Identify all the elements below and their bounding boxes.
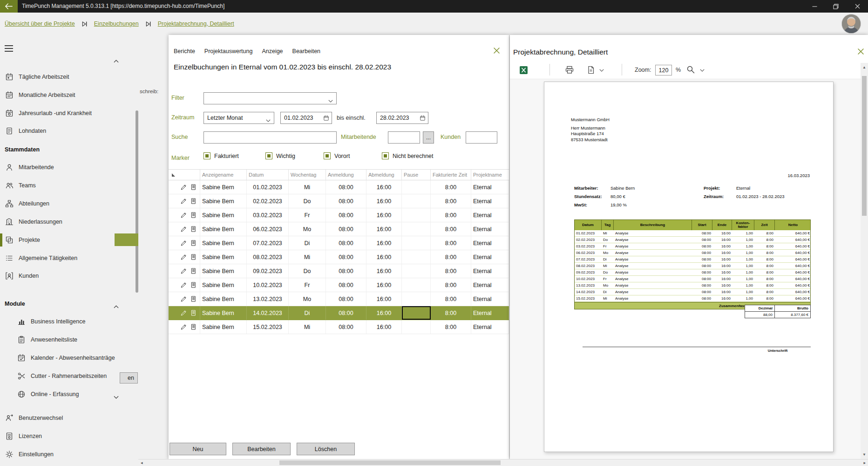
cell-anzeigename[interactable]: Sabine Bern bbox=[200, 320, 247, 334]
cell-anmeldung[interactable]: 08:00 bbox=[326, 222, 366, 236]
cell-fakturierte-zeit[interactable]: 8:00 bbox=[431, 250, 471, 264]
cell-pause[interactable] bbox=[402, 208, 431, 222]
marker-vorort[interactable]: Vorort bbox=[324, 152, 350, 159]
table-row[interactable]: Sabine Bern 10.02.2023 Fr 08:00 16:00 8:… bbox=[169, 278, 509, 292]
cell-anmeldung[interactable]: 08:00 bbox=[326, 264, 366, 278]
edit-pencil-icon[interactable] bbox=[180, 267, 187, 274]
notes-icon[interactable] bbox=[190, 240, 197, 247]
scroll-left-arrow-icon[interactable]: ◂ bbox=[141, 460, 143, 465]
export-format-button[interactable] bbox=[587, 66, 595, 74]
checkbox-wichtig[interactable] bbox=[265, 152, 272, 159]
cell-datum[interactable]: 02.02.2023 bbox=[247, 194, 289, 208]
header-pause[interactable]: Pause bbox=[402, 170, 431, 180]
sidebar-item-anwesenheitsliste[interactable]: Anwesenheitsliste bbox=[0, 333, 121, 347]
zoom-button[interactable] bbox=[686, 65, 695, 74]
cell-pause[interactable] bbox=[402, 278, 431, 292]
menu-berichte[interactable]: Berichte bbox=[174, 48, 195, 55]
cell-anzeigename[interactable]: Sabine Bern bbox=[200, 222, 247, 236]
header-wochentag[interactable]: Wochentag bbox=[289, 170, 326, 180]
cell-wochentag[interactable]: Di bbox=[289, 306, 326, 320]
cell-projektname[interactable]: Eternal bbox=[471, 250, 509, 264]
notes-icon[interactable] bbox=[190, 281, 197, 288]
edit-pencil-icon[interactable] bbox=[180, 226, 187, 233]
edit-pencil-icon[interactable] bbox=[180, 212, 187, 219]
cell-abmeldung[interactable]: 16:00 bbox=[366, 320, 402, 334]
horizontal-scrollbar[interactable]: ◂ ▸ bbox=[138, 459, 868, 466]
sidebar-item-abteilungen[interactable]: Abteilungen bbox=[0, 197, 121, 211]
table-row[interactable]: Sabine Bern 01.02.2023 Mi 08:00 16:00 8:… bbox=[169, 180, 509, 194]
cell-pause[interactable] bbox=[402, 250, 431, 264]
sidebar-item-einstellungen[interactable]: Einstellungen bbox=[0, 447, 121, 461]
sidebar-item-teams[interactable]: Teams bbox=[0, 178, 121, 192]
cell-anmeldung[interactable]: 08:00 bbox=[326, 208, 366, 222]
notes-icon[interactable] bbox=[190, 226, 197, 233]
cell-abmeldung[interactable]: 16:00 bbox=[366, 306, 402, 320]
breadcrumb-link-einzelbuchungen[interactable]: Einzelbuchungen bbox=[94, 21, 139, 27]
cell-datum[interactable]: 15.02.2023 bbox=[247, 320, 289, 334]
cell-projektname[interactable]: Eternal bbox=[471, 194, 509, 208]
restore-button[interactable] bbox=[825, 0, 847, 13]
scroll-right-arrow-icon[interactable]: ▸ bbox=[863, 460, 866, 465]
edit-pencil-icon[interactable] bbox=[180, 323, 187, 330]
cell-pause[interactable] bbox=[402, 264, 431, 278]
calendar-icon[interactable] bbox=[420, 115, 426, 123]
mitarbeitende-input[interactable] bbox=[388, 131, 420, 144]
header-fakturierte-zeit[interactable]: Fakturierte Zeit bbox=[431, 170, 471, 180]
sidebar-item-cutter[interactable]: Cutter - Rahmenarbeitszeiten bbox=[0, 369, 121, 383]
scroll-down-arrow-icon[interactable]: ▼ bbox=[861, 452, 868, 457]
marker-fakturiert[interactable]: Fakturiert bbox=[203, 152, 239, 159]
report-vertical-scrollbar[interactable]: ▲ ▼ bbox=[861, 63, 868, 459]
sidebar-item-kalender-abw[interactable]: Kalender - Abwesenheitsanträge bbox=[0, 351, 121, 365]
cell-abmeldung[interactable]: 16:00 bbox=[366, 264, 402, 278]
checkbox-nicht-berechnet[interactable] bbox=[382, 152, 389, 159]
loeschen-button[interactable]: Löschen bbox=[297, 443, 355, 455]
cell-anmeldung[interactable]: 08:00 bbox=[326, 306, 366, 320]
table-row[interactable]: Sabine Bern 14.02.2023 Di 08:00 16:00 8:… bbox=[169, 306, 509, 320]
sidebar-item-online-erfassung[interactable]: Online - Erfassung bbox=[0, 387, 121, 401]
cell-fakturierte-zeit[interactable]: 8:00 bbox=[431, 222, 471, 236]
cell-anmeldung[interactable]: 08:00 bbox=[326, 194, 366, 208]
cell-anzeigename[interactable]: Sabine Bern bbox=[200, 250, 247, 264]
notes-icon[interactable] bbox=[190, 212, 197, 219]
menu-anzeige[interactable]: Anzeige bbox=[262, 48, 283, 55]
sidebar-item-mitarbeitende[interactable]: Mitarbeitende bbox=[0, 160, 121, 174]
cell-anmeldung[interactable]: 08:00 bbox=[326, 320, 366, 334]
cell-pause[interactable] bbox=[402, 180, 431, 194]
edit-pencil-icon[interactable] bbox=[180, 309, 187, 316]
online-expand-chevron[interactable] bbox=[114, 392, 119, 401]
horizontal-scrollbar-thumb[interactable] bbox=[279, 460, 501, 465]
notes-icon[interactable] bbox=[190, 198, 197, 205]
cell-projektname[interactable]: Eternal bbox=[471, 292, 509, 306]
cell-anmeldung[interactable]: 08:00 bbox=[326, 180, 366, 194]
cell-pause[interactable] bbox=[402, 320, 431, 334]
cell-anzeigename[interactable]: Sabine Bern bbox=[200, 180, 247, 194]
cell-abmeldung[interactable]: 16:00 bbox=[366, 222, 402, 236]
notes-icon[interactable] bbox=[190, 267, 197, 274]
table-row[interactable]: Sabine Bern 13.02.2023 Mo 08:00 16:00 8:… bbox=[169, 292, 509, 306]
cell-anmeldung[interactable]: 08:00 bbox=[326, 292, 366, 306]
cell-projektname[interactable]: Eternal bbox=[471, 208, 509, 222]
cell-pause[interactable] bbox=[402, 222, 431, 236]
sidebar-scrollbar-thumb[interactable] bbox=[136, 110, 138, 293]
export-excel-button[interactable] bbox=[519, 66, 528, 75]
neu-button[interactable]: Neu bbox=[170, 443, 226, 455]
date-to-input[interactable]: 28.02.2023 bbox=[376, 112, 428, 124]
zoom-input[interactable] bbox=[655, 65, 672, 75]
cell-datum[interactable]: 03.02.2023 bbox=[247, 208, 289, 222]
bearbeiten-button[interactable]: Bearbeiten bbox=[232, 443, 291, 455]
notes-icon[interactable] bbox=[190, 295, 197, 302]
menu-bearbeiten[interactable]: Bearbeiten bbox=[292, 48, 320, 55]
sidebar-item-projekte[interactable]: Projekte bbox=[0, 233, 121, 247]
table-row[interactable]: Sabine Bern 15.02.2023 Mi 08:00 16:00 8:… bbox=[169, 320, 509, 334]
cell-fakturierte-zeit[interactable]: 8:00 bbox=[431, 278, 471, 292]
breadcrumb-link-projektuebersicht[interactable]: Übersicht über die Projekte bbox=[5, 21, 75, 27]
cell-projektname[interactable]: Eternal bbox=[471, 278, 509, 292]
table-row[interactable]: Sabine Bern 07.02.2023 Di 08:00 16:00 8:… bbox=[169, 236, 509, 250]
header-datum[interactable]: Datum bbox=[247, 170, 289, 180]
edit-pencil-icon[interactable] bbox=[180, 295, 187, 302]
cell-wochentag[interactable]: Fr bbox=[289, 278, 326, 292]
close-window-button[interactable] bbox=[847, 0, 868, 13]
cell-anmeldung[interactable]: 08:00 bbox=[326, 250, 366, 264]
cell-wochentag[interactable]: Do bbox=[289, 194, 326, 208]
sidebar-item-kunden[interactable]: Kunden bbox=[0, 269, 121, 283]
